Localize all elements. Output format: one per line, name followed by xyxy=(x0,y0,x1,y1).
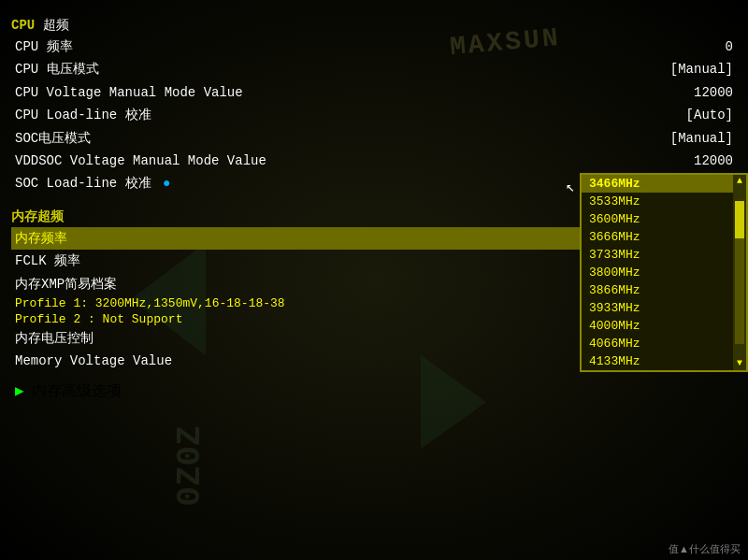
dropdown-item-3866-label: 3866MHz xyxy=(589,283,640,297)
soc-loadline-label: SOC Load-line 校准 ● xyxy=(15,173,174,194)
dropdown-item-3533-label: 3533MHz xyxy=(589,194,640,208)
cpu-voltage-manual-value: 12000 xyxy=(694,82,733,103)
cpu-voltage-mode-label: CPU 电压模式 xyxy=(15,59,99,79)
dropdown-item-3666[interactable]: 3666MHz xyxy=(582,228,746,246)
cpu-voltage-manual-row[interactable]: CPU Voltage Manual Mode Value 12000 xyxy=(11,81,737,104)
dropdown-item-4133[interactable]: 4133MHz xyxy=(582,352,746,370)
xmp-profile-label: 内存XMP简易档案 xyxy=(15,274,117,294)
cpu-loadline-value: [Auto] xyxy=(686,105,733,125)
soc-voltage-mode-label: SOC电压模式 xyxy=(15,128,91,149)
cpu-oc-label: CPU 超频 xyxy=(11,18,69,33)
advanced-options-label: 内存高级选项 xyxy=(32,381,122,401)
dropdown-item-3733[interactable]: 3733MHz xyxy=(582,246,746,264)
dropdown-item-3666-label: 3666MHz xyxy=(589,230,640,244)
dropdown-item-3800-label: 3800MHz xyxy=(589,266,640,280)
cpu-voltage-mode-value: [Manual] xyxy=(670,59,733,79)
scrollbar-track[interactable] xyxy=(735,201,744,344)
dropdown-item-4133-label: 4133MHz xyxy=(589,354,640,368)
dot-bullet-left: ● xyxy=(163,173,170,194)
dropdown-scrollbar[interactable]: ▲ ▼ xyxy=(733,175,746,370)
cpu-voltage-manual-label: CPU Voltage Manual Mode Value xyxy=(15,82,243,103)
soc-voltage-mode-value: [Manual] xyxy=(670,128,733,149)
dropdown-item-3600[interactable]: 3600MHz xyxy=(582,210,746,228)
dropdown-item-4000[interactable]: 4000MHz xyxy=(582,317,746,335)
dropdown-item-3933[interactable]: 3933MHz xyxy=(582,299,746,317)
dropdown-item-4000-label: 4000MHz xyxy=(589,319,640,333)
cpu-loadline-row[interactable]: CPU Load-line 校准 [Auto] xyxy=(11,104,737,126)
dropdown-item-3533[interactable]: 3533MHz xyxy=(582,193,746,210)
frequency-dropdown[interactable]: 3466MHz 3533MHz 3600MHz 3666MHz 3733MHz … xyxy=(580,173,748,372)
cpu-loadline-label: CPU Load-line 校准 xyxy=(15,105,151,125)
cpu-freq-value: 0 xyxy=(726,36,733,57)
fclk-freq-label: FCLK 频率 xyxy=(15,251,80,271)
arrow-right-icon: ▶ xyxy=(15,381,24,400)
advanced-options-row[interactable]: ▶ 内存高级选项 xyxy=(11,379,737,404)
watermark: 值▲什么值得买 xyxy=(669,542,741,556)
dropdown-item-4066[interactable]: 4066MHz xyxy=(582,335,746,352)
profile1-text: Profile 1: 3200MHz,1350mV,16-18-18-38 xyxy=(15,296,285,310)
dropdown-item-3600-label: 3600MHz xyxy=(589,212,640,226)
vddsoc-voltage-row[interactable]: VDDSOC Voltage Manual Mode Value 12000 xyxy=(11,150,737,172)
dropdown-item-4066-label: 4066MHz xyxy=(589,337,640,351)
mem-oc-label: 内存超频 xyxy=(11,209,64,224)
cpu-freq-row[interactable]: CPU 频率 0 xyxy=(11,36,737,58)
scrollbar-thumb[interactable] xyxy=(735,201,744,238)
scroll-down-arrow[interactable]: ▼ xyxy=(737,357,742,370)
soc-voltage-mode-row[interactable]: SOC电压模式 [Manual] xyxy=(11,127,737,150)
dropdown-item-3733-label: 3733MHz xyxy=(589,248,640,262)
mem-voltage-ctrl-label: 内存电压控制 xyxy=(15,328,94,349)
profile2-text: Profile 2 : Not Support xyxy=(15,312,182,326)
dropdown-item-3466-label: 3466MHz xyxy=(589,177,640,191)
cpu-oc-header: CPU 超频 xyxy=(11,17,737,34)
scroll-up-arrow[interactable]: ▲ xyxy=(737,175,742,188)
mem-voltage-value-label: Memory Voltage Value xyxy=(15,351,172,371)
dropdown-item-3800[interactable]: 3800MHz xyxy=(582,264,746,281)
dropdown-item-3866[interactable]: 3866MHz xyxy=(582,281,746,299)
cpu-voltage-mode-row[interactable]: CPU 电压模式 [Manual] xyxy=(11,58,737,80)
cpu-freq-label: CPU 频率 xyxy=(15,36,73,57)
dropdown-item-3466[interactable]: 3466MHz xyxy=(582,175,746,193)
vddsoc-voltage-value: 12000 xyxy=(694,151,733,171)
vddsoc-voltage-label: VDDSOC Voltage Manual Mode Value xyxy=(15,151,266,171)
mem-freq-label: 内存频率 xyxy=(15,228,67,249)
dropdown-item-3933-label: 3933MHz xyxy=(589,301,640,315)
